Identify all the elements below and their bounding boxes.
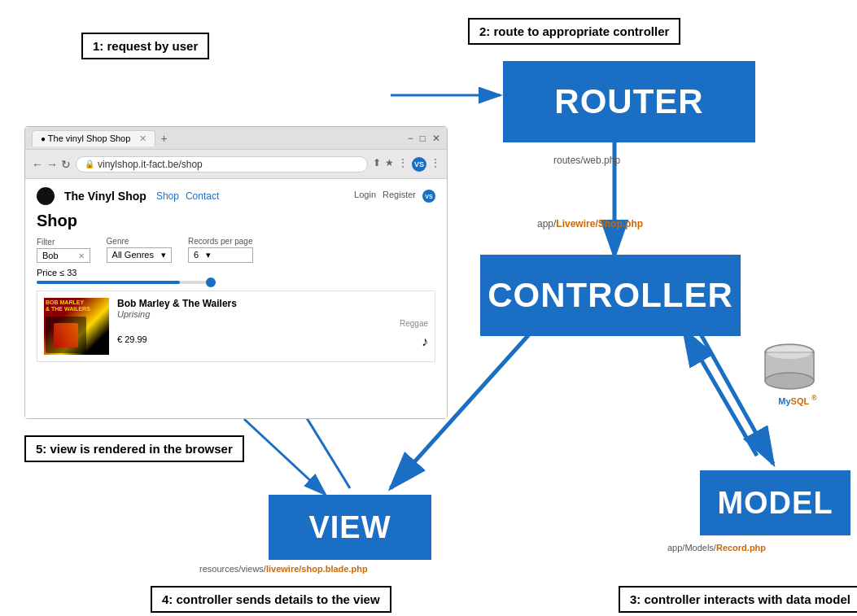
price-label: Price ≤ 33: [37, 268, 435, 277]
price-slider[interactable]: [37, 281, 216, 284]
record-price: € 29.99: [117, 334, 147, 344]
model-box: MODEL: [700, 470, 850, 535]
route-web-label: routes/web.php: [553, 155, 620, 166]
filter-row: Filter Bob ✕ Genre All Genres ▾ Records …: [37, 237, 435, 263]
browser-tab-active: ● The vinyl Shop Shop ✕: [32, 130, 155, 146]
browser-url: vinylshop.it-fact.be/shop: [98, 159, 203, 170]
browser-toolbar: ← → ↻ 🔒 vinylshop.it-fact.be/shop ⬆★⋮ VS…: [25, 150, 447, 179]
browser-mockup: ● The vinyl Shop Shop ✕ + −□✕ ← → ↻ 🔒 vi…: [24, 126, 448, 419]
nav-contact[interactable]: Contact: [186, 190, 219, 202]
step2-label: 2: route to appropriate controller: [468, 18, 680, 45]
lock-icon: 🔒: [85, 159, 94, 168]
controller-box: CONTROLLER: [480, 255, 741, 336]
records-per-page-value: 6: [194, 250, 199, 260]
step2-text: 2: route to appropriate controller: [479, 24, 669, 38]
mysql-icon: MySQL ®: [757, 340, 838, 413]
route-blade-label: resources/views/livewire/shop.blade.php: [199, 564, 368, 574]
route-model-highlight: Record.php: [716, 543, 766, 553]
route-livewire-highlight: Livewire/Shop.php: [556, 218, 643, 229]
record-price-row: € 29.99 ♪: [117, 334, 428, 344]
record-thumbnail: BOB MARLEY& THE WAILERS: [44, 298, 109, 355]
reload-icon[interactable]: ↻: [61, 158, 71, 171]
router-label: ROUTER: [554, 82, 703, 121]
step1-text: 1: request by user: [93, 39, 198, 53]
record-genre: Reggae: [117, 319, 428, 328]
record-info: Bob Marley & The Wailers Uprising Reggae…: [117, 298, 428, 349]
browser-tab-title: The vinyl Shop Shop: [48, 133, 131, 143]
browser-addressbar[interactable]: 🔒 vinylshop.it-fact.be/shop: [76, 156, 368, 173]
browser-action-icons: ⬆★⋮ VS ⋮: [373, 157, 440, 172]
genre-value: All Genres: [112, 250, 154, 260]
step3-label: 3: controller interacts with data model: [619, 586, 857, 613]
view-box: VIEW: [269, 495, 431, 560]
route-web-text: routes/web.php: [553, 155, 620, 166]
filter-group: Filter Bob ✕: [37, 238, 90, 263]
shop-heading: Shop: [37, 212, 435, 230]
record-album: Uprising: [117, 309, 428, 319]
route-livewire-label: app/Livewire/Shop.php: [537, 218, 643, 229]
filter-label: Filter: [37, 238, 90, 247]
step4-text: 4: controller sends details to the view: [162, 592, 380, 606]
auth-register[interactable]: Register: [383, 190, 416, 203]
step5-text: 5: view is rendered in the browser: [36, 442, 233, 456]
step3-text: 3: controller interacts with data model: [630, 592, 850, 606]
site-nav: The Vinyl Shop Shop Contact Login Regist…: [37, 187, 435, 205]
record-card: BOB MARLEY& THE WAILERS Bob Marley & The…: [37, 291, 435, 362]
route-blade-highlight: livewire/shop.blade.php: [266, 564, 368, 574]
svg-line-7: [244, 419, 326, 495]
route-model-label: app/Models/Record.php: [667, 543, 766, 553]
chevron-icon: ▾: [161, 250, 166, 260]
slider-fill: [37, 281, 180, 284]
view-label: VIEW: [308, 510, 391, 545]
records-per-page-select[interactable]: 6 ▾: [188, 247, 253, 263]
site-nav-links: Shop Contact: [156, 190, 219, 202]
browser-tab-bar: ● The vinyl Shop Shop ✕ + −□✕: [25, 127, 447, 150]
slider-thumb[interactable]: [206, 277, 216, 287]
router-box: ROUTER: [503, 61, 755, 142]
step5-label: 5: view is rendered in the browser: [24, 435, 244, 462]
genre-select[interactable]: All Genres ▾: [107, 247, 172, 263]
nav-shop[interactable]: Shop: [156, 190, 179, 202]
filter-input[interactable]: Bob ✕: [37, 248, 90, 263]
genre-label: Genre: [107, 237, 172, 246]
model-label: MODEL: [717, 486, 833, 521]
browser-nav: ← → ↻: [32, 158, 71, 171]
auth-login[interactable]: Login: [354, 190, 376, 203]
filter-value: Bob: [42, 251, 59, 260]
step1-label: 1: request by user: [81, 33, 209, 59]
chevron-icon-2: ▾: [206, 250, 211, 260]
music-icon: ♪: [422, 334, 428, 349]
site-logo: [37, 187, 55, 205]
records-per-page-label: Records per page: [188, 237, 253, 246]
step4-label: 4: controller sends details to the view: [151, 586, 391, 613]
records-per-page-group: Records per page 6 ▾: [188, 237, 253, 263]
site-title: The Vinyl Shop: [64, 190, 146, 203]
svg-point-11: [767, 346, 812, 359]
site-auth: Login Register VS: [354, 190, 435, 203]
svg-line-6: [684, 330, 757, 456]
controller-label: CONTROLLER: [488, 276, 733, 315]
svg-point-10: [765, 373, 814, 389]
genre-group: Genre All Genres ▾: [107, 237, 172, 263]
forward-icon[interactable]: →: [46, 158, 58, 171]
back-icon[interactable]: ←: [32, 158, 43, 171]
record-title: Bob Marley & The Wailers: [117, 298, 428, 309]
browser-content: The Vinyl Shop Shop Contact Login Regist…: [25, 179, 447, 418]
record-img-text: BOB MARLEY& THE WAILERS: [46, 299, 90, 313]
user-avatar: VS: [422, 190, 435, 203]
clear-icon[interactable]: ✕: [78, 251, 85, 260]
